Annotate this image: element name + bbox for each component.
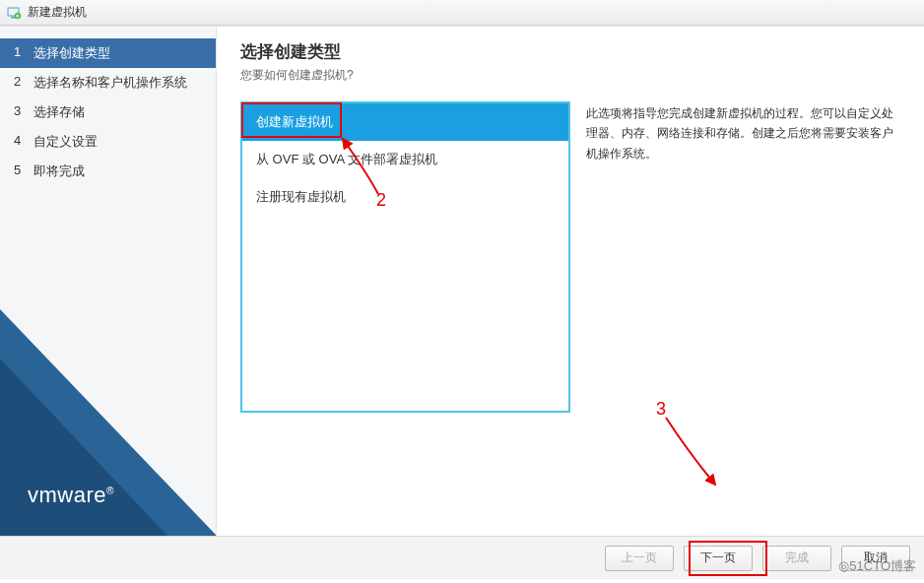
next-button[interactable]: 下一页	[684, 546, 753, 571]
page-subtitle: 您要如何创建虚拟机?	[240, 67, 904, 84]
finish-button[interactable]: 完成	[762, 546, 831, 571]
wizard-sidebar: 1 选择创建类型 2 选择名称和客户机操作系统 3 选择存储 4 自定义设置 5…	[0, 27, 217, 536]
option-label: 从 OVF 或 OVA 文件部署虚拟机	[256, 152, 437, 166]
option-description: 此选项将指导您完成创建新虚拟机的过程。您可以自定义处理器、内存、网络连接和存储。…	[586, 101, 904, 413]
back-button[interactable]: 上一页	[605, 546, 674, 571]
step-num: 5	[14, 162, 28, 180]
titlebar-text: 新建虚拟机	[28, 4, 87, 21]
step-label: 自定义设置	[33, 133, 98, 151]
content-row: 2 创建新虚拟机 从 OVF 或 OVA 文件部署虚拟机 注册现有虚拟机 此选项…	[240, 101, 904, 413]
step-4[interactable]: 4 自定义设置	[0, 127, 216, 157]
sidebar-footer: vmware®	[0, 309, 216, 536]
option-create-new-vm[interactable]: 创建新虚拟机	[242, 103, 568, 141]
vmware-logo: vmware®	[28, 483, 114, 508]
step-5[interactable]: 5 即将完成	[0, 157, 216, 186]
option-deploy-ovf-ova[interactable]: 从 OVF 或 OVA 文件部署虚拟机	[242, 141, 568, 178]
option-label: 创建新虚拟机	[256, 114, 333, 129]
titlebar: 新建虚拟机	[0, 0, 924, 26]
step-label: 选择创建类型	[33, 44, 110, 62]
step-2[interactable]: 2 选择名称和客户机操作系统	[0, 68, 216, 97]
option-register-existing[interactable]: 注册现有虚拟机	[242, 178, 568, 216]
step-num: 4	[14, 133, 28, 151]
wizard-steps: 1 选择创建类型 2 选择名称和客户机操作系统 3 选择存储 4 自定义设置 5…	[0, 27, 216, 186]
step-1[interactable]: 1 选择创建类型	[0, 38, 216, 68]
step-num: 3	[14, 103, 28, 121]
annotation-arrow-3	[658, 412, 727, 490]
creation-type-options: 2 创建新虚拟机 从 OVF 或 OVA 文件部署虚拟机 注册现有虚拟机	[240, 101, 570, 413]
cancel-button[interactable]: 取消	[841, 546, 910, 571]
page-title: 选择创建类型	[240, 40, 904, 63]
step-label: 即将完成	[33, 162, 85, 180]
step-num: 1	[14, 44, 28, 62]
step-num: 2	[14, 74, 28, 92]
step-label: 选择名称和客户机操作系统	[33, 74, 187, 92]
button-bar: 上一页 下一页 完成 取消	[0, 536, 924, 579]
step-3[interactable]: 3 选择存储	[0, 97, 216, 127]
vm-icon	[6, 5, 22, 21]
option-label: 注册现有虚拟机	[256, 189, 346, 204]
step-label: 选择存储	[33, 103, 85, 121]
dialog-body: 1 选择创建类型 2 选择名称和客户机操作系统 3 选择存储 4 自定义设置 5…	[0, 26, 924, 536]
wizard-main: 选择创建类型 您要如何创建虚拟机? 2 创建新虚拟机 从 OVF 或 OVA 文…	[217, 27, 924, 536]
